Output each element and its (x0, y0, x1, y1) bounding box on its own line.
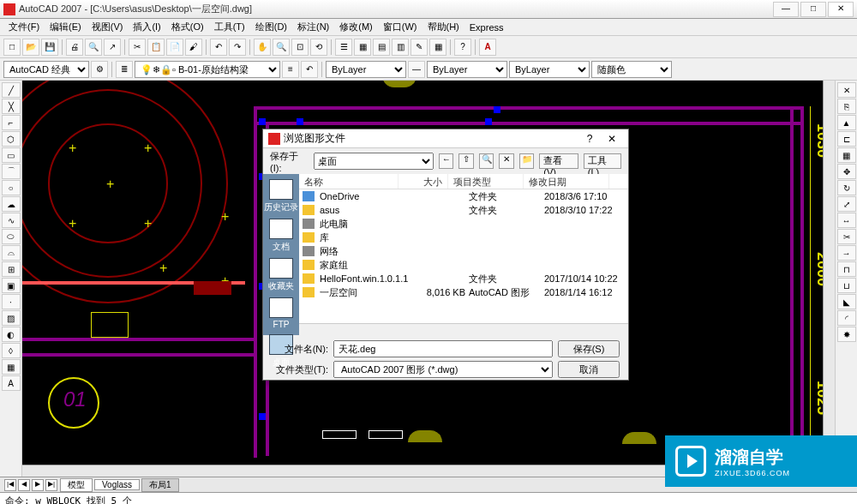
open-icon[interactable]: 📂 (22, 39, 39, 56)
zoom-previous-icon[interactable]: ⟲ (310, 39, 327, 56)
plot-preview-icon[interactable]: 🔍 (85, 39, 102, 56)
publish-icon[interactable]: ↗ (104, 39, 121, 56)
tab-model[interactable]: 模型 (60, 478, 93, 492)
file-row[interactable]: 家庭组 (299, 258, 628, 272)
file-row[interactable]: 网络 (299, 244, 628, 258)
text-a-icon[interactable]: A (479, 39, 496, 56)
plotstyle-combo[interactable]: 随颜色 (591, 61, 672, 78)
views-dropdown[interactable]: 查看(V) (539, 153, 578, 169)
mtext-icon[interactable]: A (2, 375, 21, 391)
col-size[interactable]: 大小 (399, 174, 448, 189)
spline-icon[interactable]: ∿ (2, 213, 21, 228)
menu-draw[interactable]: 绘图(D) (250, 21, 292, 33)
sidebar-documents[interactable]: 文档 (263, 217, 299, 255)
delete-icon[interactable]: ✕ (499, 153, 513, 169)
save-in-combo[interactable]: 桌面 (314, 153, 434, 170)
offset-icon[interactable]: ⊏ (837, 131, 856, 147)
ellipse-icon[interactable]: ⬭ (2, 229, 21, 244)
tools-dropdown[interactable]: 工具(L) (584, 153, 621, 169)
menu-help[interactable]: 帮助(H) (423, 21, 464, 33)
save-icon[interactable]: 💾 (41, 39, 58, 56)
markup-icon[interactable]: ✎ (411, 39, 428, 56)
menu-window[interactable]: 窗口(W) (378, 21, 423, 33)
linetype-combo[interactable]: ByLayer (427, 61, 507, 78)
print-icon[interactable]: 🖨 (66, 39, 83, 56)
sheetset-icon[interactable]: ▥ (392, 39, 409, 56)
revcloud-icon[interactable]: ☁ (2, 196, 21, 212)
filetype-combo[interactable]: AutoCAD 2007 图形 (*.dwg) (333, 361, 553, 378)
workspace-settings-icon[interactable]: ⚙ (91, 61, 108, 78)
cut-icon[interactable]: ✂ (129, 39, 146, 56)
layer-combo[interactable]: 💡❄🔒▫ B-01-原始结构梁 (135, 61, 280, 78)
lineweight-combo[interactable]: ByLayer (509, 61, 590, 78)
properties-icon[interactable]: ☰ (335, 39, 352, 56)
sidebar-history[interactable]: 历史记录 (263, 177, 299, 215)
tab-first-icon[interactable]: |◀ (4, 479, 16, 491)
chamfer-icon[interactable]: ◣ (837, 294, 856, 309)
zoom-window-icon[interactable]: ⊡ (291, 39, 309, 56)
match-icon[interactable]: 🖌 (185, 39, 202, 56)
make-block-icon[interactable]: ▣ (2, 278, 21, 293)
extend-icon[interactable]: → (837, 245, 856, 261)
cancel-button[interactable]: 取消 (558, 361, 620, 378)
tab-layout1[interactable]: 布局1 (141, 478, 179, 492)
save-button[interactable]: 保存(S) (558, 340, 620, 357)
layer-states-icon[interactable]: ≡ (282, 61, 299, 78)
file-row[interactable]: asus 文件夹 2018/3/10 17:22 (299, 203, 628, 217)
minimize-button[interactable]: — (773, 2, 799, 17)
menu-dimension[interactable]: 标注(N) (292, 21, 334, 33)
rectangle-icon[interactable]: ▭ (2, 147, 21, 163)
command-line[interactable]: 命令: w WBLOCK 找到 5 个 (0, 492, 857, 504)
sidebar-ftp[interactable]: FTP (263, 296, 299, 331)
join-icon[interactable]: ⊔ (837, 278, 856, 293)
dialog-close-icon[interactable]: ✕ (601, 133, 623, 145)
copy-icon[interactable]: 📋 (147, 39, 165, 56)
close-button[interactable]: ✕ (828, 2, 854, 17)
linetype-icon[interactable]: — (408, 61, 425, 78)
break-icon[interactable]: ⊓ (837, 261, 856, 277)
erase-icon[interactable]: ✕ (837, 82, 856, 98)
point-icon[interactable]: · (2, 294, 21, 309)
arc-icon[interactable]: ⌒ (2, 164, 21, 179)
ellipsearc-icon[interactable]: ⌓ (2, 245, 21, 261)
layer-previous-icon[interactable]: ↶ (301, 61, 318, 78)
menu-view[interactable]: 视图(V) (87, 21, 129, 33)
menu-modify[interactable]: 修改(M) (334, 21, 378, 33)
mirror-icon[interactable]: ▲ (837, 115, 856, 130)
tab-prev-icon[interactable]: ◀ (18, 479, 30, 491)
col-name[interactable]: 名称 (299, 174, 399, 189)
tab-last-icon[interactable]: ▶| (45, 479, 57, 491)
file-row[interactable]: 一层空间 8,016 KB AutoCAD 图形 2018/1/14 16:12 (299, 285, 628, 299)
stretch-icon[interactable]: ↔ (837, 213, 856, 228)
file-row[interactable]: 此电脑 (299, 217, 628, 231)
gradient-icon[interactable]: ◐ (2, 327, 21, 342)
help-icon[interactable]: ? (454, 39, 471, 56)
workspace-combo[interactable]: AutoCAD 经典 (3, 61, 89, 78)
line-icon[interactable]: ╱ (2, 82, 21, 98)
file-row[interactable]: OneDrive 文件夹 2018/3/6 17:10 (299, 189, 628, 203)
menu-express[interactable]: Express (464, 22, 509, 33)
xline-icon[interactable]: ╳ (2, 99, 21, 114)
file-list-scrollbar[interactable] (299, 323, 628, 335)
sidebar-favorites[interactable]: 收藏夹 (263, 256, 299, 294)
menu-edit[interactable]: 编辑(E) (45, 21, 87, 33)
move-icon[interactable]: ✥ (837, 164, 856, 179)
new-icon[interactable]: □ (3, 39, 21, 56)
undo-icon[interactable]: ↶ (210, 39, 227, 56)
tab-next-icon[interactable]: ▶ (32, 479, 44, 491)
paste-icon[interactable]: 📄 (166, 39, 183, 56)
scale-icon[interactable]: ⤢ (837, 196, 856, 212)
table-icon[interactable]: ▦ (2, 359, 21, 375)
file-row[interactable]: 库 (299, 231, 628, 244)
menu-tools[interactable]: 工具(T) (209, 21, 250, 33)
dialog-help-icon[interactable]: ? (578, 133, 601, 145)
fillet-icon[interactable]: ◜ (837, 310, 856, 326)
col-type[interactable]: 项目类型 (448, 174, 524, 189)
color-combo[interactable]: ByLayer (326, 61, 406, 78)
copy-obj-icon[interactable]: ⎘ (837, 99, 856, 114)
tab-voglass[interactable]: Voglass (94, 479, 140, 490)
zoom-realtime-icon[interactable]: 🔍 (273, 39, 290, 56)
toolpalette-icon[interactable]: ▤ (373, 39, 390, 56)
array-icon[interactable]: ▦ (837, 147, 856, 163)
maximize-button[interactable]: □ (800, 2, 826, 17)
